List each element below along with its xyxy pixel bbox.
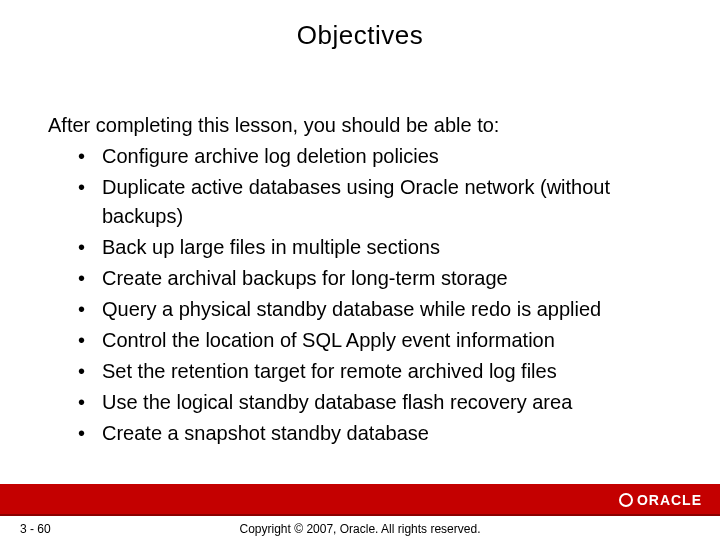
list-item: Create archival backups for long-term st…	[78, 264, 680, 293]
list-item: Set the retention target for remote arch…	[78, 357, 680, 386]
list-item: Query a physical standby database while …	[78, 295, 680, 324]
list-item: Use the logical standby database flash r…	[78, 388, 680, 417]
list-item: Create a snapshot standby database	[78, 419, 680, 448]
bullet-list: Configure archive log deletion policies …	[48, 142, 680, 448]
oracle-logo-icon	[619, 493, 633, 507]
intro-text: After completing this lesson, you should…	[48, 111, 680, 140]
oracle-logo-text: ORACLE	[637, 492, 702, 508]
slide: Objectives After completing this lesson,…	[0, 0, 720, 540]
slide-content: After completing this lesson, you should…	[0, 61, 720, 448]
list-item: Back up large files in multiple sections	[78, 233, 680, 262]
footer-bar: ORACLE	[0, 486, 720, 514]
slide-title: Objectives	[0, 0, 720, 61]
footer-divider-bottom	[0, 514, 720, 516]
list-item: Configure archive log deletion policies	[78, 142, 680, 171]
copyright-text: Copyright © 2007, Oracle. All rights res…	[0, 522, 720, 536]
list-item: Control the location of SQL Apply event …	[78, 326, 680, 355]
list-item: Duplicate active databases using Oracle …	[78, 173, 680, 231]
oracle-logo: ORACLE	[619, 492, 702, 508]
